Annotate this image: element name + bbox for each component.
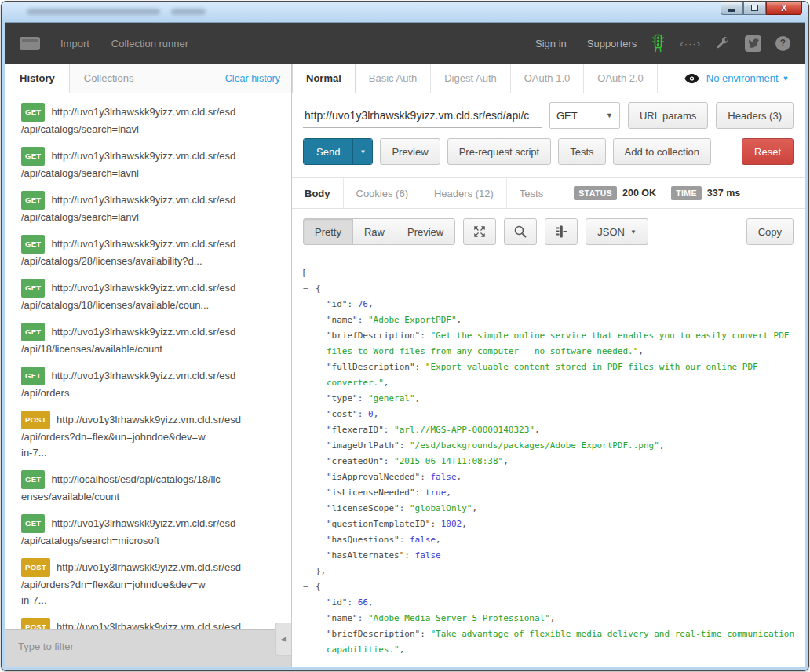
history-item[interactable]: GEThttp://uvo1y3lrhawskk9yizz.vm.cld.sr/… xyxy=(5,279,291,313)
history-item[interactable]: GEThttp://uvo1y3lrhawskk9yizz.vm.cld.sr/… xyxy=(5,147,291,181)
sidebar-tabs: History Collections Clear history xyxy=(5,64,291,93)
traffic-light-icon[interactable] xyxy=(651,34,666,53)
code-line: "fullDescription": "Export valuable cont… xyxy=(292,360,805,391)
sign-in-button[interactable]: Sign in xyxy=(535,38,567,49)
wrench-icon[interactable] xyxy=(715,35,731,51)
history-item[interactable]: POSThttp://uvo1y3lrhawskk9yizz.vm.cld.sr… xyxy=(5,411,291,461)
twitter-icon[interactable] xyxy=(745,35,761,52)
prerequest-script-button[interactable]: Pre-request script xyxy=(447,138,552,165)
code-line: "id": 66, xyxy=(292,595,805,611)
collections-drawer-icon[interactable] xyxy=(20,37,40,50)
request-pane: No environment ▼ NormalBasic AuthDigest … xyxy=(292,64,805,667)
tests-button[interactable]: Tests xyxy=(558,138,605,165)
history-url-continued: /api/catalogs/search=lanvl xyxy=(21,210,282,225)
code-line: "briefDescription": "Get the simple onli… xyxy=(292,328,805,360)
auth-tab-oauth-1-0[interactable]: OAuth 1.0 xyxy=(511,64,585,93)
response-tab-cookies-6-[interactable]: Cookies (6) xyxy=(344,178,421,208)
status-value: 200 OK xyxy=(622,188,656,199)
code-line: "isApprovalNeeded": false, xyxy=(292,469,805,485)
restore-icon xyxy=(751,5,758,11)
sidebar-collapse-handle[interactable]: ◀ xyxy=(275,623,291,656)
auth-tab-basic-auth[interactable]: Basic Auth xyxy=(356,64,431,93)
history-item[interactable]: GEThttp://uvo1y3lrhawskk9yizz.vm.cld.sr/… xyxy=(5,191,291,225)
auth-tab-digest-auth[interactable]: Digest Auth xyxy=(431,64,511,93)
response-tab-tests[interactable]: Tests xyxy=(507,178,556,208)
view-mode-raw[interactable]: Raw xyxy=(352,218,396,245)
headers-button[interactable]: Headers (3) xyxy=(716,102,794,129)
history-item[interactable]: GEThttp://localhost/esd/api/catalogs/18/… xyxy=(5,470,291,505)
method-badge: GET xyxy=(21,279,45,298)
url-params-button[interactable]: URL params xyxy=(628,102,708,129)
help-icon[interactable]: ? xyxy=(775,36,790,51)
history-url-continued: /api/orders?dn=flex&un=johndoe&dev=w xyxy=(21,429,282,445)
history-url-continued: /api/orders?dn=flex&un=johndoe&dev=w xyxy=(21,577,282,593)
history-item[interactable]: POSThttp://uvo1y3lrhawskk9yizz.vm.cld.sr… xyxy=(5,618,291,629)
method-select[interactable]: GET ▼ xyxy=(549,102,620,129)
code-line: −{ xyxy=(292,579,805,595)
code-line: "id": 76, xyxy=(292,297,805,312)
view-mode-pretty[interactable]: Pretty xyxy=(303,218,353,245)
expand-button[interactable] xyxy=(463,218,496,245)
sidebar: History Collections Clear history GEThtt… xyxy=(5,64,292,667)
response-tab-headers-12-[interactable]: Headers (12) xyxy=(421,178,507,208)
response-tab-body[interactable]: Body xyxy=(292,178,344,208)
history-item[interactable]: GEThttp://uvo1y3lrhawskk9yizz.vm.cld.sr/… xyxy=(5,514,291,549)
method-badge: POST xyxy=(21,411,50,429)
environment-selector[interactable]: No environment ▼ xyxy=(684,64,790,93)
history-item[interactable]: GEThttp://uvo1y3lrhawskk9yizz.vm.cld.sr/… xyxy=(5,235,291,269)
url-row: GET ▼ URL params Headers (3) xyxy=(292,93,805,136)
format-indent-icon xyxy=(554,225,568,239)
response-meta: STATUS 200 OK TIME 337 ms xyxy=(574,178,750,208)
view-mode-preview[interactable]: Preview xyxy=(396,218,455,245)
send-options-caret[interactable]: ▼ xyxy=(352,139,372,164)
history-item[interactable]: GEThttp://uvo1y3lrhawskk9yizz.vm.cld.sr/… xyxy=(5,367,291,401)
code-line: }, xyxy=(292,564,805,579)
import-button[interactable]: Import xyxy=(60,38,89,49)
history-url: http://uvo1y3lrhawskk9yizz.vm.cld.sr/esd xyxy=(51,370,235,382)
code-brackets-icon[interactable]: ‹···› xyxy=(680,38,701,49)
auth-tab-oauth-2-0[interactable]: OAuth 2.0 xyxy=(584,64,658,93)
history-list: GEThttp://uvo1y3lrhawskk9yizz.vm.cld.sr/… xyxy=(5,93,291,629)
method-badge: GET xyxy=(21,323,45,341)
minimize-button[interactable] xyxy=(721,2,743,15)
filter-input[interactable] xyxy=(16,636,280,659)
url-input[interactable] xyxy=(303,104,542,128)
auth-tab-normal[interactable]: Normal xyxy=(292,64,356,93)
add-to-collection-button[interactable]: Add to collection xyxy=(613,138,711,165)
close-button[interactable]: X xyxy=(766,2,802,15)
copy-button[interactable]: Copy xyxy=(746,218,794,245)
preview-button[interactable]: Preview xyxy=(380,138,440,165)
maximize-button[interactable] xyxy=(743,2,766,15)
method-value: GET xyxy=(556,110,578,122)
clear-history-link[interactable]: Clear history xyxy=(225,64,291,93)
method-badge: POST xyxy=(21,618,50,629)
history-item[interactable]: GEThttp://uvo1y3lrhawskk9yizz.vm.cld.sr/… xyxy=(5,103,291,137)
reset-button[interactable]: Reset xyxy=(742,138,794,165)
format-button[interactable] xyxy=(545,218,578,245)
search-icon xyxy=(513,225,527,239)
collection-runner-button[interactable]: Collection runner xyxy=(111,38,188,49)
response-body: [−{"id": 76,"name": "Adobe ExportPDF","b… xyxy=(292,254,805,667)
fold-toggle-icon[interactable]: − xyxy=(303,579,308,595)
history-item[interactable]: GEThttp://uvo1y3lrhawskk9yizz.vm.cld.sr/… xyxy=(5,323,291,357)
format-selector-dropdown[interactable]: JSON ▼ xyxy=(586,218,648,245)
search-button[interactable] xyxy=(504,218,537,245)
tab-collections[interactable]: Collections xyxy=(70,64,149,93)
format-selector-value: JSON xyxy=(597,226,625,238)
code-line: −{ xyxy=(292,281,805,297)
send-button[interactable]: Send xyxy=(304,139,352,164)
code-line: "cost": 0, xyxy=(292,407,805,422)
collapse-arrow-icon: ◀ xyxy=(281,635,286,643)
code-line: "isLicenseNeeded": true, xyxy=(292,485,805,501)
code-line: "licenseScope": "globalOnly", xyxy=(292,501,805,517)
chevron-down-icon: ▼ xyxy=(630,228,637,236)
code-line: "type": "general", xyxy=(292,391,805,407)
code-line: "briefDescription": "Take advantage of f… xyxy=(292,626,805,658)
fold-toggle-icon[interactable]: − xyxy=(303,281,308,297)
supporters-button[interactable]: Supporters xyxy=(587,38,637,49)
code-line: "createdOn": "2015-06-14T11:08:38", xyxy=(292,454,805,469)
history-url-continued: /api/orders xyxy=(21,385,282,401)
tab-history[interactable]: History xyxy=(5,64,70,93)
select-caret-icon: ▼ xyxy=(606,111,613,119)
history-item[interactable]: POSThttp://uvo1y3lrhawskk9yizz.vm.cld.sr… xyxy=(5,558,291,608)
